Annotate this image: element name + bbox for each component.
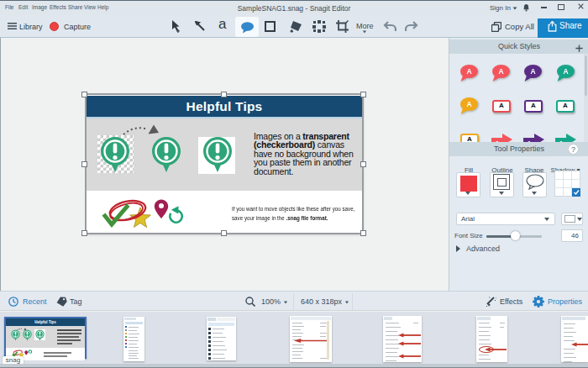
svg-text:A: A — [466, 100, 471, 108]
svg-text:A: A — [498, 67, 503, 76]
svg-text:A: A — [563, 67, 568, 76]
svg-text:A: A — [466, 67, 471, 76]
svg-text:A: A — [530, 67, 535, 76]
